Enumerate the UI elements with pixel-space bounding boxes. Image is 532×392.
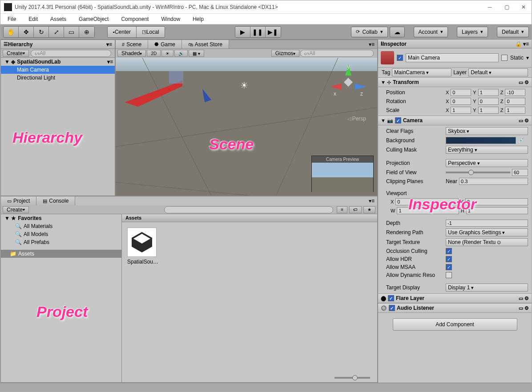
target-display-dropdown[interactable]: Display 1 ▾ [446, 284, 528, 292]
hierarchy-item-main-camera[interactable]: Main Camera [1, 66, 115, 74]
scale-y-input[interactable] [478, 107, 499, 114]
scene-2d-toggle[interactable]: 2D [147, 50, 161, 57]
scale-tool-button[interactable]: ⤢ [49, 27, 64, 37]
object-name-input[interactable] [406, 53, 499, 62]
panel-menu-icon[interactable]: ▾≡ [366, 196, 377, 205]
scene-audio-toggle[interactable]: 🔊 [174, 50, 188, 57]
pause-button[interactable]: ❚❚ [250, 27, 266, 37]
msaa-checkbox[interactable]: ✓ [446, 264, 452, 270]
menu-help[interactable]: Help [191, 15, 206, 23]
hierarchy-item-directional-light[interactable]: Directional Light [1, 74, 115, 82]
rot-z-input[interactable] [505, 98, 525, 105]
console-tab[interactable]: ▤ Console [36, 196, 75, 205]
pos-y-input[interactable] [478, 89, 499, 96]
play-button[interactable]: ▶ [235, 27, 250, 37]
scale-z-input[interactable] [505, 107, 525, 114]
assets-breadcrumb[interactable]: Assets [122, 214, 377, 222]
depth-input[interactable] [446, 220, 528, 227]
hierarchy-scene-root[interactable]: ▼ ◈ SpatialSoundLab▾≡ [1, 58, 115, 66]
audio-enabled-checkbox[interactable]: ✓ [389, 305, 395, 311]
project-tab[interactable]: ▭ Project [1, 196, 36, 205]
asset-store-tab[interactable]: 🛍 Asset Store [182, 40, 229, 48]
menu-assets[interactable]: Assets [48, 15, 68, 23]
transform-tool-button[interactable]: ⊕ [79, 27, 94, 37]
project-filter-button[interactable]: ≡ [337, 206, 347, 213]
asset-zoom-slider[interactable] [335, 377, 370, 379]
hierarchy-search-input[interactable]: ᔕAll [31, 50, 111, 57]
tag-dropdown[interactable]: MainCamera ▾ [392, 68, 451, 76]
project-create-dropdown[interactable]: Create ▾ [3, 206, 29, 213]
target-texture-field[interactable]: None (Render Textu ⊙ [446, 238, 528, 246]
scene-lighting-toggle[interactable]: ☀ [161, 50, 173, 57]
hand-tool-button[interactable]: ✋ [4, 27, 19, 37]
camera-component-header[interactable]: ▼ 📷 ✓ Camera▭ ⚙ [378, 116, 532, 125]
move-tool-button[interactable]: ✥ [19, 27, 34, 37]
scene-shading-dropdown[interactable]: Shaded ▾ [117, 50, 146, 57]
vp-w-input[interactable] [397, 207, 459, 214]
static-dropdown-icon[interactable]: ▾ [526, 55, 529, 61]
vp-x-input[interactable] [395, 198, 458, 205]
hierarchy-create-dropdown[interactable]: Create ▾ [3, 50, 29, 57]
occlusion-checkbox[interactable]: ✓ [446, 248, 452, 254]
inspector-tab[interactable]: ℹ Inspector🔒 ▾≡ [378, 40, 532, 48]
hdr-checkbox[interactable]: ✓ [446, 256, 452, 262]
static-checkbox[interactable] [501, 55, 508, 61]
pos-x-input[interactable] [451, 89, 471, 96]
add-component-button[interactable]: Add Component [393, 318, 517, 331]
collab-dropdown[interactable]: ⟳ Collab ▾ [351, 27, 388, 37]
active-checkbox[interactable]: ✓ [397, 55, 403, 61]
menu-gameobject[interactable]: GameObject [77, 15, 110, 23]
flare-layer-header[interactable]: ⬤ ✓ Flare Layer▭ ⚙ [378, 293, 532, 303]
culling-mask-dropdown[interactable]: Everything ▾ [446, 146, 528, 154]
vp-y-input[interactable] [465, 198, 528, 205]
scene-tab[interactable]: # Scene [116, 40, 148, 48]
account-dropdown[interactable]: Account ▾ [414, 27, 448, 37]
project-fav-button[interactable]: ★ [363, 206, 375, 213]
panel-menu-icon[interactable]: ▾≡ [106, 41, 112, 48]
project-search-input[interactable] [164, 206, 333, 213]
orientation-gizmo[interactable]: y x z [328, 62, 368, 104]
panel-menu-icon[interactable]: 🔒 ▾≡ [515, 41, 529, 47]
fav-all-prefabs[interactable]: 🔍 All Prefabs [1, 238, 121, 246]
assets-folder[interactable]: 📁 Assets [1, 250, 121, 258]
menu-window[interactable]: Window [159, 15, 182, 23]
rect-tool-button[interactable]: ▭ [64, 27, 79, 37]
favorites-header[interactable]: ▼ ★ Favorites [1, 214, 121, 222]
audio-listener-header[interactable]: 🔘 ✓ Audio Listener▭ ⚙ [378, 303, 532, 313]
pivot-center-button[interactable]: ▪ Center [108, 27, 137, 37]
scene-viewport[interactable]: ☀ y x z ◁ Persp [116, 58, 377, 196]
fav-all-materials[interactable]: 🔍 All Materials [1, 222, 121, 230]
fov-slider[interactable] [446, 172, 510, 173]
scene-fx-toggle[interactable]: ▦ ▾ [189, 50, 204, 57]
camera-enabled-checkbox[interactable]: ✓ [395, 117, 401, 124]
clear-flags-dropdown[interactable]: Skybox ▾ [446, 127, 528, 135]
layout-dropdown[interactable]: Default ▾ [497, 27, 529, 37]
scale-x-input[interactable] [451, 107, 471, 114]
project-label-button[interactable]: 🏷 [349, 206, 362, 213]
layers-dropdown[interactable]: Layers ▾ [457, 27, 488, 37]
cloud-button[interactable]: ☁ [390, 27, 405, 37]
background-color-field[interactable] [446, 137, 516, 144]
clip-near-input[interactable] [459, 178, 528, 185]
scene-gizmos-dropdown[interactable]: Gizmos ▾ [271, 50, 300, 57]
minimize-button[interactable]: ─ [485, 3, 494, 12]
fov-input[interactable] [512, 169, 528, 176]
transform-component-header[interactable]: ▼ ⊹ Transform▭ ⚙ [378, 77, 532, 87]
scene-search-input[interactable]: ᔕAll [300, 50, 374, 57]
game-tab[interactable]: ⬣ Game [148, 40, 182, 48]
rot-x-input[interactable] [451, 98, 471, 105]
hierarchy-tab[interactable]: ☰ Hierarchy▾≡ [1, 40, 115, 49]
pivot-local-button[interactable]: ◳ Local [137, 27, 165, 37]
fav-all-models[interactable]: 🔍 All Models [1, 230, 121, 238]
panel-menu-icon[interactable]: ▾≡ [366, 40, 377, 48]
vp-h-input[interactable] [466, 207, 528, 214]
layer-dropdown[interactable]: Default ▾ [468, 68, 528, 76]
rotate-tool-button[interactable]: ↻ [34, 27, 49, 37]
asset-item[interactable]: SpatialSou… [127, 228, 158, 368]
menu-file[interactable]: File [6, 15, 18, 23]
rot-y-input[interactable] [478, 98, 499, 105]
maximize-button[interactable]: ▢ [502, 3, 511, 12]
rendering-path-dropdown[interactable]: Use Graphics Settings ▾ [446, 228, 528, 236]
step-button[interactable]: ▶❚ [266, 27, 281, 37]
menu-component[interactable]: Component [119, 15, 150, 23]
